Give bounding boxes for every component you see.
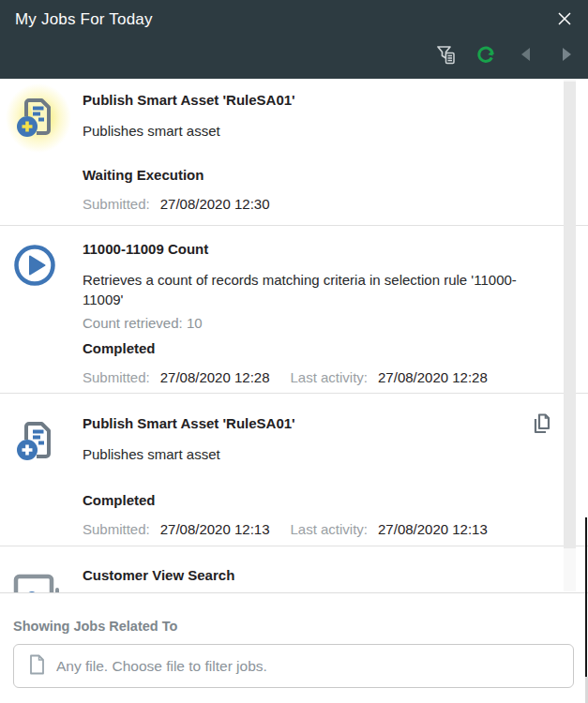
my-jobs-panel: My Jobs For Today	[0, 0, 588, 703]
job-list: Publish Smart Asset 'RuleSA01' Publishes…	[0, 79, 588, 592]
scrollbar-thumb[interactable]	[564, 82, 576, 548]
job-status: Completed	[83, 492, 547, 509]
scrollbar-track[interactable]	[564, 80, 576, 591]
filter-jobs-button[interactable]	[433, 44, 458, 68]
next-page-button[interactable]	[554, 44, 579, 68]
submitted-value: 27/08/2020 12:30	[160, 196, 270, 212]
window-edge-artifact	[585, 517, 587, 677]
job-status: Waiting Execution	[83, 167, 547, 184]
publish-smart-asset-icon	[13, 94, 60, 146]
job-description: Retrieves a count of records matching cr…	[83, 270, 533, 309]
close-button[interactable]	[552, 8, 577, 33]
job-status: Completed	[83, 340, 547, 357]
jobs-toolbar	[433, 41, 579, 71]
panel-title: My Jobs For Today	[15, 10, 153, 29]
refresh-jobs-button[interactable]	[474, 44, 498, 68]
arrow-left-icon	[518, 46, 535, 67]
job-title: Publish Smart Asset 'RuleSA01'	[83, 415, 547, 432]
close-icon	[555, 9, 574, 32]
job-row-customer-view-search[interactable]: Customer View Search	[0, 546, 588, 592]
job-row-publish-waiting[interactable]: Publish Smart Asset 'RuleSA01' Publishes…	[0, 79, 588, 226]
previous-page-button[interactable]	[514, 44, 538, 68]
panel-header: My Jobs For Today	[0, 0, 588, 79]
last-activity-value: 27/08/2020 12:28	[378, 369, 488, 385]
job-title: Publish Smart Asset 'RuleSA01'	[83, 92, 547, 109]
file-filter-field[interactable]	[13, 644, 574, 688]
job-detail: Count retrieved: 10	[83, 315, 547, 332]
submitted-label: Submitted:	[83, 369, 150, 385]
submitted-label: Submitted:	[83, 196, 150, 212]
copy-icon	[530, 424, 552, 440]
arrow-right-icon	[558, 46, 575, 67]
last-activity-value: 27/08/2020 12:13	[378, 521, 488, 537]
play-icon	[13, 243, 60, 292]
submitted-value: 27/08/2020 12:28	[160, 369, 270, 385]
job-description: Publishes smart asset	[83, 444, 533, 464]
customer-view-search-icon	[13, 563, 60, 592]
copy-job-button[interactable]	[530, 412, 552, 437]
file-icon	[29, 654, 45, 679]
job-row-publish-completed[interactable]: Publish Smart Asset 'RuleSA01' Publishes…	[0, 394, 588, 546]
last-activity-label: Last activity:	[291, 369, 369, 385]
job-description: Publishes smart asset	[83, 121, 533, 141]
filter-list-icon	[433, 42, 458, 70]
refresh-icon	[475, 43, 497, 69]
submitted-value: 27/08/2020 12:13	[160, 521, 270, 537]
last-activity-label: Last activity:	[291, 521, 369, 537]
file-filter-input[interactable]	[56, 658, 573, 675]
submitted-label: Submitted:	[83, 521, 150, 537]
footer-filter-section: Showing Jobs Related To	[0, 592, 588, 703]
job-title: Customer View Search	[83, 567, 547, 584]
showing-jobs-label: Showing Jobs Related To	[13, 619, 177, 634]
job-title: 11000-11009 Count	[83, 241, 547, 258]
publish-smart-asset-icon	[13, 417, 60, 470]
job-row-count[interactable]: 11000-11009 Count Retrieves a count of r…	[0, 226, 588, 394]
